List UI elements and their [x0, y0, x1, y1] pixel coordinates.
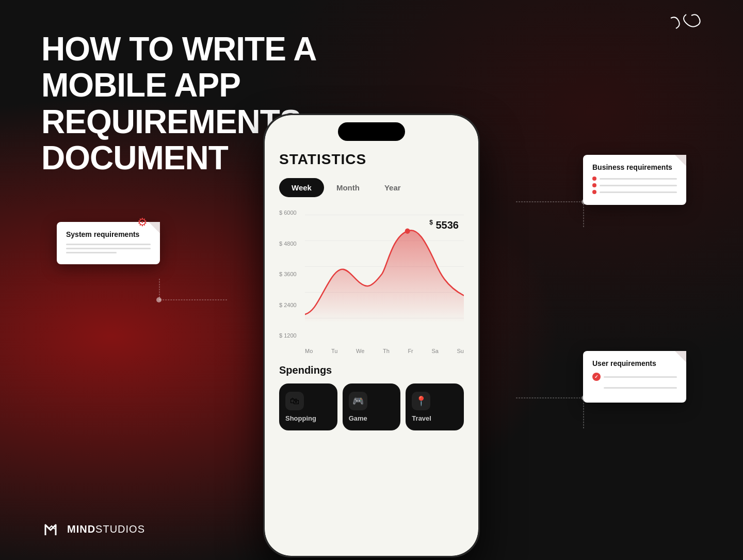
card-fold-u	[675, 351, 686, 362]
line-bar-1	[600, 178, 677, 180]
spending-cards: 🛍 Shopping 🎮 Game 📍 Travel	[279, 383, 464, 430]
y-label-6000: $ 6000	[279, 210, 297, 216]
doc-line-1	[66, 244, 151, 245]
spiral-decoration	[640, 10, 702, 52]
spending-shopping: 🛍 Shopping	[279, 383, 337, 430]
dashed-line-user-v	[583, 397, 584, 428]
red-dot-1	[592, 177, 596, 181]
tab-bar[interactable]: Week Month Year	[279, 178, 464, 197]
travel-label: Travel	[412, 414, 431, 422]
user-requirements-card: User requirements ✓	[583, 351, 686, 403]
system-requirements-card: ⚙ System requirements	[57, 222, 160, 264]
price-value: 5536	[436, 219, 459, 231]
x-label-su: Su	[457, 348, 463, 354]
x-label-fr: Fr	[408, 348, 413, 354]
mindstudios-logo-icon	[41, 519, 62, 539]
phone-notch	[338, 122, 405, 141]
system-card-title: System requirements	[66, 230, 151, 238]
red-dot-2	[592, 183, 596, 187]
phone-mockup: STATISTICS Week Month Year $ 6000 $ 4800…	[263, 114, 480, 526]
doc-line-3	[66, 252, 117, 253]
travel-icon: 📍	[412, 392, 430, 410]
game-label: Game	[349, 414, 367, 422]
y-label-1200: $ 1200	[279, 332, 297, 339]
tab-week[interactable]: Week	[279, 178, 324, 197]
x-label-th: Th	[383, 348, 390, 354]
x-label-tu: Tu	[331, 348, 337, 354]
dashed-line-user	[516, 397, 583, 398]
chart-svg-container: $ 5536	[305, 210, 464, 339]
line-bar-3	[600, 191, 677, 193]
chart-y-labels: $ 6000 $ 4800 $ 3600 $ 2400 $ 1200	[279, 210, 297, 354]
phone-outer: STATISTICS Week Month Year $ 6000 $ 4800…	[263, 114, 480, 557]
chart-fill	[305, 230, 464, 323]
business-line-2	[592, 183, 677, 187]
spending-travel: 📍 Travel	[406, 383, 464, 430]
dot-system	[156, 297, 161, 302]
empty-dot	[592, 383, 601, 392]
check-dot: ✓	[592, 373, 601, 381]
user-line-1: ✓	[592, 373, 677, 381]
logo-mind: MIND	[67, 523, 95, 535]
game-icon: 🎮	[349, 392, 367, 410]
user-line-bar-1	[604, 376, 677, 378]
spending-game: 🎮 Game	[343, 383, 401, 430]
gear-icon: ⚙	[137, 216, 152, 230]
statistics-title: STATISTICS	[279, 151, 464, 168]
dashed-line-business	[516, 201, 583, 202]
red-dot-3	[592, 190, 596, 194]
shopping-icon: 🛍	[285, 392, 304, 410]
line-bar-2	[600, 185, 677, 186]
business-card-title: Business requirements	[592, 163, 677, 171]
user-card-title: User requirements	[592, 359, 677, 367]
dashed-line-system	[160, 299, 227, 300]
y-label-4800: $ 4800	[279, 241, 297, 247]
price-dollar: $	[429, 219, 433, 226]
logo-text: MINDSTUDIOS	[67, 523, 145, 535]
x-label-mo: Mo	[305, 348, 313, 354]
shopping-label: Shopping	[285, 414, 316, 422]
tab-year[interactable]: Year	[372, 178, 413, 197]
y-label-2400: $ 2400	[279, 302, 297, 308]
chart-area: $ 6000 $ 4800 $ 3600 $ 2400 $ 1200	[279, 210, 464, 354]
business-line-1	[592, 177, 677, 181]
business-line-3	[592, 190, 677, 194]
logo-studios: STUDIOS	[95, 523, 145, 535]
spendings-title: Spendings	[279, 364, 464, 376]
logo: MINDSTUDIOS	[41, 519, 145, 539]
phone-screen: STATISTICS Week Month Year $ 6000 $ 4800…	[265, 115, 478, 556]
chart-x-labels: Mo Tu We Th Fr Sa Su	[305, 348, 464, 354]
user-line-2	[592, 383, 677, 392]
tab-month[interactable]: Month	[324, 178, 372, 197]
x-label-we: We	[356, 348, 364, 354]
y-label-3600: $ 3600	[279, 271, 297, 277]
business-requirements-card: Business requirements	[583, 155, 686, 205]
x-label-sa: Sa	[431, 348, 438, 354]
user-line-bar-2	[604, 387, 677, 389]
dashed-line-business-v	[583, 201, 584, 227]
card-fold-b	[675, 155, 686, 166]
chart-peak-dot	[405, 228, 410, 233]
doc-line-2	[66, 248, 151, 249]
price-tooltip: $ 5536	[429, 219, 459, 231]
